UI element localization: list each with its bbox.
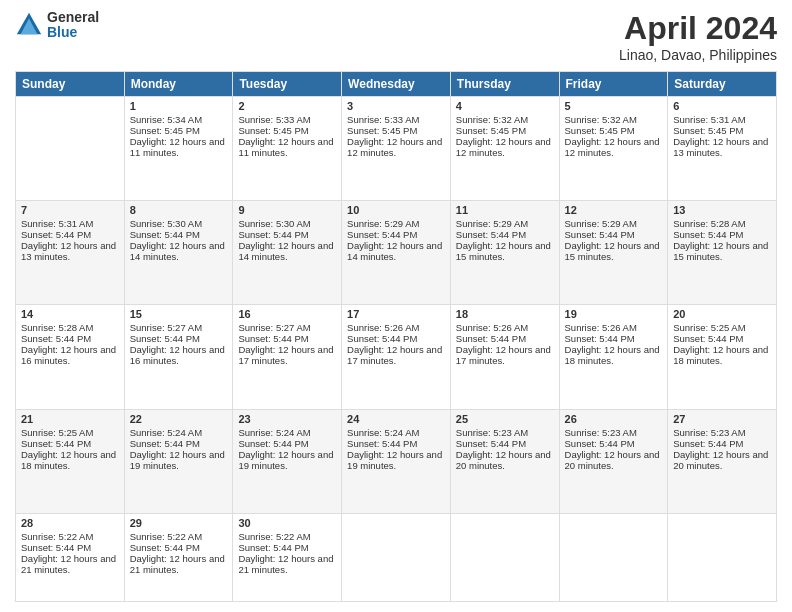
sunset-text: Sunset: 5:44 PM — [673, 229, 743, 240]
header-tuesday: Tuesday — [233, 72, 342, 97]
sunrise-text: Sunrise: 5:22 AM — [238, 531, 310, 542]
calendar-cell: 23 Sunrise: 5:24 AM Sunset: 5:44 PM Dayl… — [233, 409, 342, 513]
calendar-row-2: 14 Sunrise: 5:28 AM Sunset: 5:44 PM Dayl… — [16, 305, 777, 409]
sunrise-text: Sunrise: 5:33 AM — [238, 114, 310, 125]
calendar-cell: 28 Sunrise: 5:22 AM Sunset: 5:44 PM Dayl… — [16, 513, 125, 601]
sunset-text: Sunset: 5:44 PM — [238, 542, 308, 553]
day-number: 20 — [673, 308, 771, 320]
calendar-cell: 30 Sunrise: 5:22 AM Sunset: 5:44 PM Dayl… — [233, 513, 342, 601]
header-monday: Monday — [124, 72, 233, 97]
sunset-text: Sunset: 5:44 PM — [130, 542, 200, 553]
sunrise-text: Sunrise: 5:26 AM — [565, 322, 637, 333]
sunset-text: Sunset: 5:45 PM — [238, 125, 308, 136]
header: General Blue April 2024 Linao, Davao, Ph… — [15, 10, 777, 63]
sunrise-text: Sunrise: 5:26 AM — [347, 322, 419, 333]
day-number: 6 — [673, 100, 771, 112]
daylight-text: Daylight: 12 hours and 21 minutes. — [21, 553, 116, 575]
sunrise-text: Sunrise: 5:23 AM — [565, 427, 637, 438]
sunset-text: Sunset: 5:45 PM — [565, 125, 635, 136]
daylight-text: Daylight: 12 hours and 11 minutes. — [130, 136, 225, 158]
sunrise-text: Sunrise: 5:33 AM — [347, 114, 419, 125]
day-number: 7 — [21, 204, 119, 216]
calendar-cell: 24 Sunrise: 5:24 AM Sunset: 5:44 PM Dayl… — [342, 409, 451, 513]
daylight-text: Daylight: 12 hours and 18 minutes. — [565, 344, 660, 366]
sunset-text: Sunset: 5:44 PM — [21, 438, 91, 449]
day-number: 1 — [130, 100, 228, 112]
calendar-cell: 3 Sunrise: 5:33 AM Sunset: 5:45 PM Dayli… — [342, 97, 451, 201]
sunset-text: Sunset: 5:44 PM — [238, 229, 308, 240]
sunrise-text: Sunrise: 5:27 AM — [130, 322, 202, 333]
logo-blue-text: Blue — [47, 25, 99, 40]
sunrise-text: Sunrise: 5:32 AM — [456, 114, 528, 125]
calendar-cell: 12 Sunrise: 5:29 AM Sunset: 5:44 PM Dayl… — [559, 201, 668, 305]
sunrise-text: Sunrise: 5:23 AM — [673, 427, 745, 438]
calendar-cell: 25 Sunrise: 5:23 AM Sunset: 5:44 PM Dayl… — [450, 409, 559, 513]
sunrise-text: Sunrise: 5:32 AM — [565, 114, 637, 125]
sunrise-text: Sunrise: 5:24 AM — [130, 427, 202, 438]
sunrise-text: Sunrise: 5:22 AM — [21, 531, 93, 542]
sunset-text: Sunset: 5:45 PM — [673, 125, 743, 136]
subtitle: Linao, Davao, Philippines — [619, 47, 777, 63]
daylight-text: Daylight: 12 hours and 12 minutes. — [565, 136, 660, 158]
daylight-text: Daylight: 12 hours and 17 minutes. — [238, 344, 333, 366]
daylight-text: Daylight: 12 hours and 15 minutes. — [456, 240, 551, 262]
daylight-text: Daylight: 12 hours and 20 minutes. — [673, 449, 768, 471]
calendar-cell: 21 Sunrise: 5:25 AM Sunset: 5:44 PM Dayl… — [16, 409, 125, 513]
calendar-cell: 17 Sunrise: 5:26 AM Sunset: 5:44 PM Dayl… — [342, 305, 451, 409]
daylight-text: Daylight: 12 hours and 17 minutes. — [347, 344, 442, 366]
day-number: 5 — [565, 100, 663, 112]
calendar-cell: 13 Sunrise: 5:28 AM Sunset: 5:44 PM Dayl… — [668, 201, 777, 305]
sunset-text: Sunset: 5:44 PM — [565, 438, 635, 449]
sunset-text: Sunset: 5:44 PM — [238, 333, 308, 344]
daylight-text: Daylight: 12 hours and 16 minutes. — [130, 344, 225, 366]
calendar-row-0: 1 Sunrise: 5:34 AM Sunset: 5:45 PM Dayli… — [16, 97, 777, 201]
daylight-text: Daylight: 12 hours and 12 minutes. — [347, 136, 442, 158]
calendar-row-1: 7 Sunrise: 5:31 AM Sunset: 5:44 PM Dayli… — [16, 201, 777, 305]
day-number: 22 — [130, 413, 228, 425]
day-number: 12 — [565, 204, 663, 216]
day-number: 28 — [21, 517, 119, 529]
daylight-text: Daylight: 12 hours and 16 minutes. — [21, 344, 116, 366]
calendar-cell: 16 Sunrise: 5:27 AM Sunset: 5:44 PM Dayl… — [233, 305, 342, 409]
day-number: 16 — [238, 308, 336, 320]
day-number: 10 — [347, 204, 445, 216]
header-sunday: Sunday — [16, 72, 125, 97]
calendar-cell: 26 Sunrise: 5:23 AM Sunset: 5:44 PM Dayl… — [559, 409, 668, 513]
sunrise-text: Sunrise: 5:29 AM — [456, 218, 528, 229]
calendar-cell — [668, 513, 777, 601]
sunrise-text: Sunrise: 5:29 AM — [565, 218, 637, 229]
day-number: 11 — [456, 204, 554, 216]
calendar-row-3: 21 Sunrise: 5:25 AM Sunset: 5:44 PM Dayl… — [16, 409, 777, 513]
sunset-text: Sunset: 5:44 PM — [456, 333, 526, 344]
calendar-cell: 9 Sunrise: 5:30 AM Sunset: 5:44 PM Dayli… — [233, 201, 342, 305]
logo-icon — [15, 11, 43, 39]
day-number: 24 — [347, 413, 445, 425]
page: General Blue April 2024 Linao, Davao, Ph… — [0, 0, 792, 612]
sunrise-text: Sunrise: 5:26 AM — [456, 322, 528, 333]
day-number: 9 — [238, 204, 336, 216]
header-saturday: Saturday — [668, 72, 777, 97]
sunrise-text: Sunrise: 5:29 AM — [347, 218, 419, 229]
sunrise-text: Sunrise: 5:30 AM — [130, 218, 202, 229]
header-friday: Friday — [559, 72, 668, 97]
calendar-table: Sunday Monday Tuesday Wednesday Thursday… — [15, 71, 777, 602]
sunset-text: Sunset: 5:44 PM — [130, 438, 200, 449]
logo-general-text: General — [47, 10, 99, 25]
day-number: 2 — [238, 100, 336, 112]
calendar-cell: 11 Sunrise: 5:29 AM Sunset: 5:44 PM Dayl… — [450, 201, 559, 305]
sunrise-text: Sunrise: 5:22 AM — [130, 531, 202, 542]
calendar-cell: 2 Sunrise: 5:33 AM Sunset: 5:45 PM Dayli… — [233, 97, 342, 201]
calendar-cell: 14 Sunrise: 5:28 AM Sunset: 5:44 PM Dayl… — [16, 305, 125, 409]
day-number: 18 — [456, 308, 554, 320]
calendar-cell — [342, 513, 451, 601]
day-number: 29 — [130, 517, 228, 529]
sunrise-text: Sunrise: 5:31 AM — [21, 218, 93, 229]
header-wednesday: Wednesday — [342, 72, 451, 97]
sunset-text: Sunset: 5:44 PM — [21, 333, 91, 344]
daylight-text: Daylight: 12 hours and 21 minutes. — [238, 553, 333, 575]
calendar-cell: 20 Sunrise: 5:25 AM Sunset: 5:44 PM Dayl… — [668, 305, 777, 409]
logo-text: General Blue — [47, 10, 99, 41]
logo: General Blue — [15, 10, 99, 41]
sunset-text: Sunset: 5:44 PM — [238, 438, 308, 449]
sunrise-text: Sunrise: 5:28 AM — [21, 322, 93, 333]
